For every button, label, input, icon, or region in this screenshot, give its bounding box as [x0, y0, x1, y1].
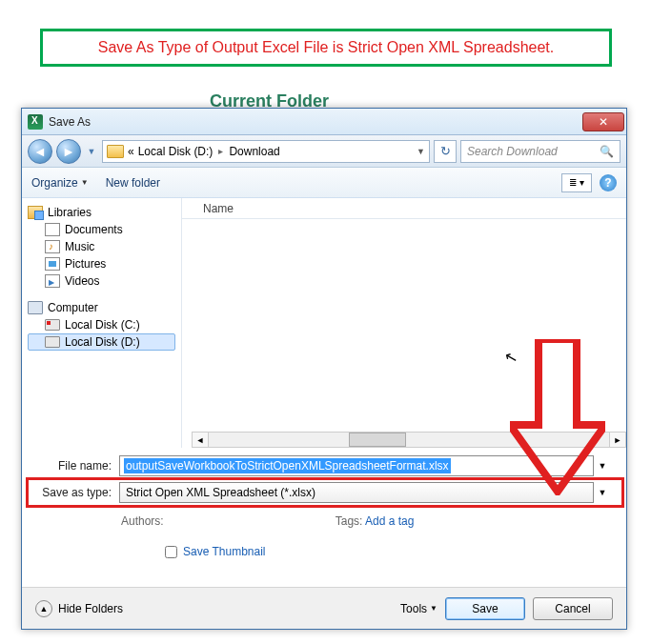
- titlebar: Save As ✕: [22, 109, 626, 135]
- save-as-dialog: Save As ✕ ◄ ► ▼ « Local Disk (D:) ▸ Down…: [21, 108, 627, 630]
- toolbar: Organize▼ New folder ≣ ▾ ?: [22, 168, 626, 198]
- search-input[interactable]: Search Download 🔍: [460, 140, 620, 163]
- cancel-button[interactable]: Cancel: [533, 597, 613, 620]
- sidebar-disk-d[interactable]: Local Disk (D:): [28, 333, 175, 351]
- tools-menu[interactable]: Tools▼: [400, 602, 437, 615]
- tags-label: Tags:: [336, 514, 363, 528]
- save-thumbnail-label: Save Thumbnail: [183, 545, 266, 558]
- address-dropdown[interactable]: ▼: [417, 147, 425, 156]
- help-button[interactable]: ?: [600, 174, 617, 191]
- scroll-thumb[interactable]: [349, 433, 406, 447]
- search-placeholder: Search Download: [467, 145, 558, 158]
- save-button[interactable]: Save: [445, 597, 525, 620]
- breadcrumb-sub[interactable]: Download: [229, 145, 279, 158]
- videos-icon: [45, 274, 60, 288]
- file-list-area[interactable]: Name ↖ ◄ ►: [182, 198, 626, 448]
- nav-sidebar: Libraries Documents Music Pictures Video…: [22, 198, 182, 448]
- column-header-name[interactable]: Name: [182, 198, 626, 219]
- new-folder-button[interactable]: New folder: [106, 176, 160, 190]
- metadata-row: Authors: Tags: Add a tag: [22, 509, 626, 528]
- folder-icon: [107, 145, 124, 158]
- sidebar-pictures[interactable]: Pictures: [28, 255, 175, 272]
- form-area: File name: outputSaveWorkbookToStrictOpe…: [22, 448, 626, 503]
- save-type-row: Save as type: Strict Open XML Spreadshee…: [37, 482, 611, 503]
- organize-menu[interactable]: Organize▼: [31, 176, 89, 190]
- disk-c-icon: [45, 319, 60, 331]
- scroll-left-button[interactable]: ◄: [193, 433, 209, 447]
- sidebar-videos[interactable]: Videos: [28, 272, 175, 290]
- sidebar-documents[interactable]: Documents: [28, 221, 175, 238]
- forward-button[interactable]: ►: [56, 139, 81, 164]
- save-thumbnail-checkbox[interactable]: [165, 546, 177, 558]
- sidebar-music[interactable]: Music: [28, 238, 175, 255]
- history-dropdown[interactable]: ▼: [85, 140, 98, 163]
- documents-icon: [45, 223, 60, 236]
- save-thumbnail-row: Save Thumbnail: [22, 528, 626, 558]
- disk-d-icon: [45, 336, 60, 348]
- computer-icon: [28, 301, 43, 314]
- music-icon: [45, 240, 60, 253]
- sidebar-libraries[interactable]: Libraries: [28, 206, 175, 219]
- cursor-icon: ↖: [502, 348, 519, 369]
- file-name-value: outputSaveWorkbookToStrictOpenXMLSpreads…: [124, 458, 451, 473]
- file-name-input[interactable]: outputSaveWorkbookToStrictOpenXMLSpreads…: [119, 455, 594, 476]
- authors-label: Authors:: [121, 514, 164, 528]
- libraries-icon: [28, 206, 43, 219]
- pictures-icon: [45, 257, 60, 271]
- scroll-right-button[interactable]: ►: [609, 433, 625, 447]
- address-bar[interactable]: « Local Disk (D:) ▸ Download ▼: [102, 140, 430, 163]
- file-name-dropdown[interactable]: ▼: [594, 455, 611, 476]
- add-tag-link[interactable]: Add a tag: [365, 514, 414, 528]
- back-button[interactable]: ◄: [28, 139, 52, 164]
- view-options-button[interactable]: ≣ ▾: [561, 173, 592, 192]
- save-type-value: Strict Open XML Spreadsheet (*.xlsx): [126, 486, 315, 499]
- search-icon: 🔍: [600, 145, 614, 158]
- refresh-button[interactable]: ↻: [434, 140, 457, 163]
- dialog-footer: ▲ Hide Folders Tools▼ Save Cancel: [22, 587, 626, 629]
- file-name-label: File name:: [37, 459, 119, 473]
- nav-bar: ◄ ► ▼ « Local Disk (D:) ▸ Download ▼ ↻ S…: [22, 135, 626, 168]
- save-type-dropdown[interactable]: ▼: [594, 482, 611, 503]
- dialog-title: Save As: [49, 115, 582, 129]
- sidebar-computer[interactable]: Computer: [28, 301, 175, 314]
- chevron-up-icon: ▲: [35, 600, 52, 617]
- sidebar-disk-c[interactable]: Local Disk (C:): [28, 316, 175, 333]
- scroll-track[interactable]: [209, 433, 609, 447]
- save-type-combo[interactable]: Strict Open XML Spreadsheet (*.xlsx): [119, 482, 594, 503]
- horizontal-scrollbar[interactable]: ◄ ►: [192, 432, 626, 448]
- body-area: Libraries Documents Music Pictures Video…: [22, 198, 626, 448]
- breadcrumb-root[interactable]: Local Disk (D:): [138, 145, 214, 158]
- hide-folders-button[interactable]: ▲ Hide Folders: [35, 600, 123, 617]
- breadcrumb-sep: ▸: [218, 146, 223, 156]
- breadcrumb-prefix: «: [128, 145, 134, 158]
- excel-icon: [28, 114, 43, 130]
- annotation-callout: Save As Type of Output Excel File is Str…: [40, 29, 612, 67]
- close-button[interactable]: ✕: [582, 112, 624, 131]
- save-type-label: Save as type:: [37, 486, 119, 499]
- file-name-row: File name: outputSaveWorkbookToStrictOpe…: [37, 455, 611, 476]
